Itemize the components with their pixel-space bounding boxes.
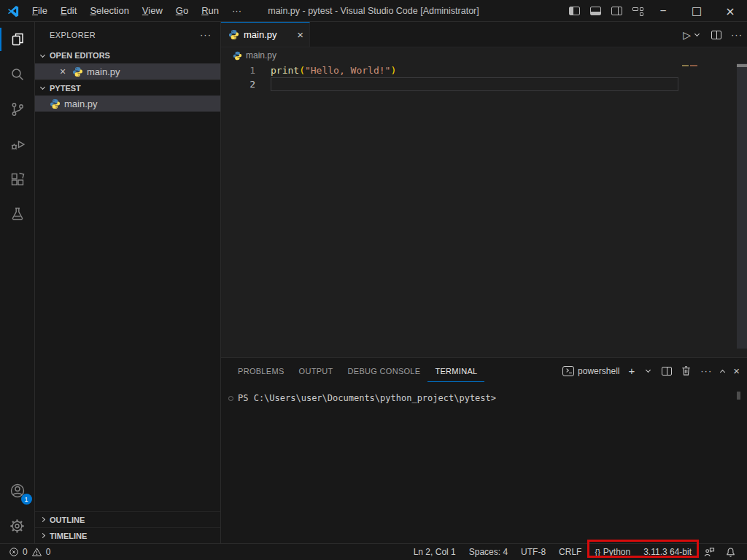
menu-view[interactable]: View [136,0,169,22]
menu-more[interactable]: ··· [225,0,248,22]
toggle-panel-icon[interactable] [590,7,601,15]
activity-explorer-icon[interactable] [0,22,35,57]
breadcrumb[interactable]: main.py [221,47,747,63]
tab-mainpy[interactable]: main.py × [221,22,310,47]
minimize-button[interactable]: ─ [646,0,680,22]
tab-output[interactable]: OUTPUT [292,360,341,382]
error-icon [9,547,19,557]
editor-actions: ▷ ··· [683,22,743,47]
terminal-prompt-line: PS C:\Users\user\Documents\python_projec… [228,393,747,403]
menu-file[interactable]: File [26,0,54,22]
menu-edit[interactable]: Edit [54,0,83,22]
window-title: main.py - pytest - Visual Studio Code [A… [268,6,479,16]
cursor-position-status[interactable]: Ln 2, Col 1 [407,547,462,557]
explorer-more-actions-icon[interactable]: ··· [200,29,212,40]
activity-testing-icon[interactable] [0,197,35,232]
line-number-active: 2 [221,77,271,91]
activity-extensions-icon[interactable] [0,162,35,197]
close-window-button[interactable]: × [713,0,747,22]
tab-debug-console[interactable]: DEBUG CONSOLE [341,360,428,382]
customize-layout-icon[interactable] [632,7,643,16]
overview-ruler-cursor-mark [737,64,747,67]
maximize-button[interactable]: □ [680,0,713,22]
file-label: main.py [64,98,98,109]
tab-label: main.py [244,29,293,40]
chevron-down-icon[interactable] [646,368,651,373]
code-token-function: print [271,65,299,76]
file-item-mainpy[interactable]: main.py [35,96,220,112]
language-mode-status[interactable]: {} Python [588,547,637,557]
shell-selector[interactable]: powershell [562,366,619,376]
chevron-down-icon [694,31,700,36]
accounts-icon[interactable]: 1 [0,473,35,508]
run-python-file-button[interactable]: ▷ [683,29,702,41]
tab-terminal[interactable]: TERMINAL [427,360,484,382]
editor-column: main.py × ▷ ··· [221,22,747,543]
main-area: 1 EXPLORER ··· [0,22,747,543]
close-tab-icon[interactable]: × [297,28,303,41]
encoding-status[interactable]: UTF-8 [514,547,552,557]
window-controls: ─ □ × [646,0,747,22]
breadcrumb-item[interactable]: main.py [246,50,276,61]
activity-source-control-icon[interactable] [0,92,35,127]
activity-search-icon[interactable] [0,57,35,92]
terminal-scrollbar[interactable] [737,392,740,400]
chevron-down-icon [40,85,45,90]
python-file-icon [50,98,61,109]
split-editor-icon[interactable] [711,31,721,39]
open-editors-section-header[interactable]: OPEN EDITORS [35,47,220,63]
toggle-secondary-sidebar-icon[interactable] [611,7,622,15]
menu-bar: File Edit Selection View Go Run ··· [26,0,248,22]
chevron-down-icon [40,52,45,57]
toggle-sidebar-icon[interactable] [569,7,580,15]
problems-status[interactable]: 0 0 [7,547,52,557]
terminal[interactable]: PS C:\Users\user\Documents\python_projec… [221,384,747,403]
close-editor-icon[interactable]: × [57,66,69,77]
eol-status[interactable]: CRLF [552,547,588,557]
new-terminal-icon[interactable]: + [628,365,635,377]
project-label: PYTEST [50,84,81,93]
menu-go[interactable]: Go [169,0,195,22]
tab-problems[interactable]: PROBLEMS [231,360,292,382]
indentation-status[interactable]: Spaces: 4 [462,547,514,557]
outline-section-header[interactable]: OUTLINE [35,511,220,527]
chevron-right-icon [40,517,45,522]
editor-tab-bar: main.py × ▷ ··· [221,22,747,47]
outline-label: OUTLINE [50,516,85,524]
minimap[interactable] [682,65,697,66]
warning-icon [31,547,42,557]
notifications-bell-icon[interactable] [720,547,741,558]
current-line-highlight [271,77,678,91]
scrollbar-slider[interactable] [737,63,747,349]
editor-scrollbar[interactable] [737,63,747,357]
python-file-icon [233,51,242,61]
code-token-paren: ( [299,65,305,76]
code-line-1: 1 print("Hello, World!") [221,63,747,77]
bottom-panel: PROBLEMS OUTPUT DEBUG CONSOLE TERMINAL p… [221,357,747,543]
editor-more-actions-icon[interactable]: ··· [731,29,743,40]
settings-gear-icon[interactable] [0,508,35,543]
timeline-label: TIMELINE [50,532,87,540]
code-editor[interactable]: 1 print("Hello, World!") 2 [221,63,747,357]
error-count: 0 [23,547,28,557]
command-decoration-icon [228,396,233,401]
timeline-section-header[interactable]: TIMELINE [35,527,220,543]
close-panel-icon[interactable]: × [733,365,740,377]
panel-more-actions-icon[interactable]: ··· [700,365,712,376]
python-interpreter-status[interactable]: 3.11.3 64-bit [637,547,698,557]
editor-group: main.py × ▷ ··· [221,22,747,357]
open-editor-item-mainpy[interactable]: × main.py [35,63,220,79]
panel-header: PROBLEMS OUTPUT DEBUG CONSOLE TERMINAL p… [221,358,747,384]
project-section-header[interactable]: PYTEST [35,79,220,96]
title-bar: File Edit Selection View Go Run ··· main… [0,0,747,22]
activity-run-debug-icon[interactable] [0,127,35,162]
chevron-right-icon [40,533,45,538]
menu-selection[interactable]: Selection [83,0,135,22]
kill-terminal-trash-icon[interactable] [681,365,692,376]
status-bar: 0 0 Ln 2, Col 1 Spaces: 4 UTF-8 CRLF {} … [0,543,747,560]
feedback-icon[interactable] [698,547,720,558]
split-terminal-icon[interactable] [662,367,672,376]
chevron-up-maximize-icon[interactable] [720,369,725,374]
terminal-prompt-text: PS C:\Users\user\Documents\python_projec… [238,393,496,403]
menu-run[interactable]: Run [195,0,225,22]
